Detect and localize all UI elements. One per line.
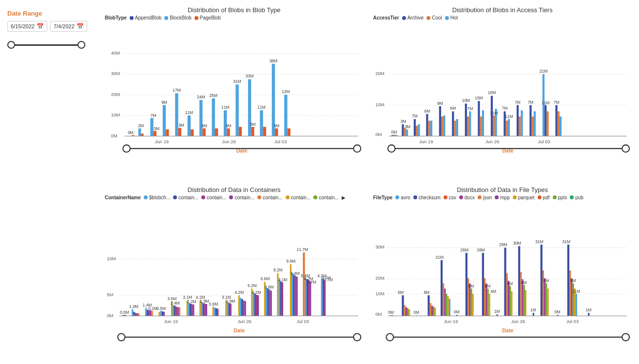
legend-item-pageblob: PageBlob [194,15,221,20]
at-g4-cool [428,121,430,136]
at-g12-hot [533,111,535,136]
at-g8-archive [478,101,480,136]
con-g14-2 [293,274,294,316]
y-label-30m: 30M [111,71,120,76]
ft-y-10m: 10M [375,290,385,296]
calendar-icon-start: 📅 [37,23,44,30]
filetypes-svg: 30M 20M 10M 0M Data Size ( in Bytes ) 0M [373,202,632,360]
con-g6-3 [191,304,193,315]
con-g11-3 [256,294,257,316]
access-tier-legend: AccessTier Archive Cool Hot [373,15,632,20]
con-g10-3 [243,300,244,316]
blob-type-chart-panel: Distribution of Blobs in Blob Type BlobT… [100,2,368,182]
ft-g15-2 [569,270,571,316]
mpp-dot [495,195,499,199]
at-g3-cool [416,126,418,136]
at-g4-hot [430,121,432,136]
containers-legend: ContainerName $blobch... contain... cont… [105,195,364,200]
at-g6-archive [452,111,454,136]
ft-label-g12: 1M [530,307,536,312]
ft-slider-right[interactable] [622,333,629,341]
end-date-input[interactable]: 7/4/2022 📅 [50,21,87,32]
ft-g11-4 [523,285,524,316]
at-x-jun26: Jun 26 [485,139,499,144]
ft-slider-left[interactable] [386,333,393,341]
at-g7-hot [469,111,471,136]
ft-g8-1 [482,252,484,315]
avro-label: avro [401,195,410,200]
blob-type-legend: BlobType AppendBlob BlockBlob PageBlob [105,15,364,20]
ft-g8-5 [488,293,490,316]
ft-g8-4 [487,288,488,316]
csv-label: csv [449,195,456,200]
at-x-jun19: Jun 19 [419,139,433,144]
con-x-jun26: Jun 26 [237,319,252,324]
date-inputs: 6/15/2022 📅 7/4/2022 📅 [7,21,87,32]
at-g2-archive [402,124,404,136]
blob-type-legend-label: BlobType [105,15,127,20]
ft-label-g9: 1M [494,309,500,314]
con-slider-left[interactable] [118,333,125,341]
date-range-slider[interactable] [7,39,85,41]
con-g6-4 [193,305,194,316]
at-label-g2: 3M [400,119,406,124]
con-g6-2 [190,303,191,315]
bar-g10-page [239,127,242,136]
label-g11: 33M [246,74,253,79]
slider-left[interactable] [123,145,130,152]
ft-g15-1 [567,244,569,315]
bar-g9-page [227,128,230,136]
blobch-label: $blobch... [149,195,170,200]
at-label-g7: 10M [462,98,469,103]
con-g15-1 [305,278,307,315]
con-g15-main [303,252,305,316]
at-slider-right[interactable] [622,145,629,152]
con-g4-3 [162,311,163,316]
at-label-g9: 16M [487,90,495,95]
con-g14-1 [291,273,293,316]
cont2-label: contain... [207,195,227,200]
y-at-10m: 10M [375,102,385,107]
legend-item-appendblob: AppendBlob [130,15,162,20]
slider-handle-left[interactable] [7,41,15,49]
y-label-10m: 10M [111,112,120,117]
label-g9: 11M [221,105,229,110]
legend-item-hot: Hot [445,15,458,20]
ft-label-g13: 31M [535,239,543,244]
ft-label-g2: 6M [398,289,404,294]
con-slider-right[interactable] [353,333,361,341]
at-g14-cool [557,111,559,136]
at-g12-archive [529,105,531,136]
ft-g5-5 [447,296,448,316]
at-g6-cool [454,121,456,136]
pub-label: pub [575,195,583,200]
con-g14-4 [296,276,298,316]
label-g7b: 3M [201,123,207,128]
mpp-label: mpp [500,195,509,200]
con-g15-2 [307,279,308,316]
cool-label: Cool [432,15,442,20]
bar-g8-page [215,128,218,136]
filetypes-legend: FileType avro checksum csv docx json [373,195,632,200]
label-g6: 11M [185,110,193,115]
pageblob-label: PageBlob [200,15,221,20]
con-g10-1 [240,298,241,316]
legend-more-icon[interactable]: ▶ [342,195,346,200]
ft-g2-2 [404,305,405,316]
slider-handle-right[interactable] [77,41,85,49]
con-g6-1 [188,303,190,316]
ft-g16-1 [588,313,589,316]
con-g4-1 [158,311,160,315]
archive-label: Archive [407,15,424,20]
ft-label-g8: 26M [477,247,484,252]
main-charts-grid: Distribution of Blobs in Blob Type BlobT… [97,0,639,364]
ft-x-jun19: Jun 19 [444,319,458,324]
con-y-10m: 10M [107,255,116,261]
start-date-input[interactable]: 6/15/2022 📅 [7,21,47,32]
at-g11-cool [519,116,521,136]
y-at-0m: 0M [375,132,382,137]
at-slider-left[interactable] [387,145,395,152]
legend-cont2: contain... [201,195,227,200]
ft-g11-5 [524,290,526,316]
slider-right[interactable] [353,145,361,152]
